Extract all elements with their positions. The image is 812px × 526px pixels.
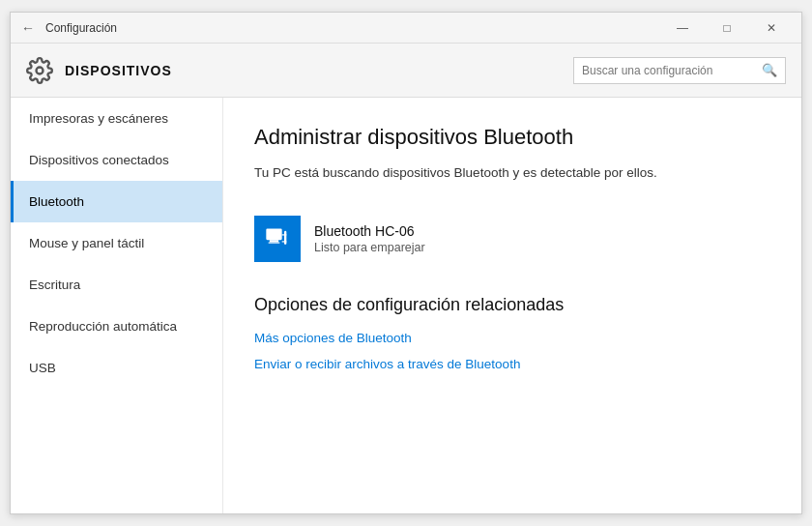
device-name: Bluetooth HC-06 [314,223,425,239]
window-controls: — □ ✕ [660,13,794,44]
link-send-receive[interactable]: Enviar o recibir archivos a través de Bl… [254,357,770,371]
content-area: Impresoras y escáneres Dispositivos cone… [11,98,801,513]
search-box[interactable]: 🔍 [573,57,786,84]
svg-rect-4 [284,231,286,245]
related-section-title: Opciones de configuración relacionadas [254,295,770,315]
gear-icon [26,57,53,84]
search-icon: 🔍 [762,63,777,77]
device-icon [254,216,301,262]
svg-rect-5 [282,235,287,236]
sidebar-item-typing[interactable]: Escritura [11,264,222,306]
device-info: Bluetooth HC-06 Listo para emparejar [314,223,425,254]
svg-rect-1 [266,229,281,241]
main-panel: Administrar dispositivos Bluetooth Tu PC… [223,98,801,513]
back-button[interactable]: ← [18,18,38,38]
app-header: DISPOSITIVOS 🔍 [11,44,801,98]
sidebar-item-autoplay[interactable]: Reproducción automática [11,306,222,347]
svg-point-0 [37,67,44,73]
main-title: Administrar dispositivos Bluetooth [254,125,770,150]
minimize-button[interactable]: — [660,13,705,44]
device-card[interactable]: Bluetooth HC-06 Listo para emparejar [254,206,770,272]
title-bar: ← Configuración — □ ✕ [11,13,801,44]
close-button[interactable]: ✕ [749,13,794,44]
device-status: Listo para emparejar [314,241,425,254]
svg-rect-6 [282,242,287,243]
header-title: DISPOSITIVOS [65,63,573,78]
sidebar-item-usb[interactable]: USB [11,347,222,389]
sidebar-item-mouse[interactable]: Mouse y panel táctil [11,222,222,264]
maximize-button[interactable]: □ [705,13,749,44]
search-input[interactable] [582,64,762,77]
window-title: Configuración [45,21,660,35]
sidebar-item-connected[interactable]: Dispositivos conectados [11,139,222,181]
link-more-bluetooth[interactable]: Más opciones de Bluetooth [254,331,770,345]
settings-window: ← Configuración — □ ✕ DISPOSITIVOS 🔍 Imp… [10,12,802,514]
svg-rect-3 [269,243,280,244]
svg-rect-2 [270,240,278,242]
sidebar-item-printers[interactable]: Impresoras y escáneres [11,98,222,139]
sidebar-item-bluetooth[interactable]: Bluetooth [11,181,222,222]
sidebar: Impresoras y escáneres Dispositivos cone… [11,98,223,513]
main-description: Tu PC está buscando dispositivos Bluetoo… [254,163,770,183]
